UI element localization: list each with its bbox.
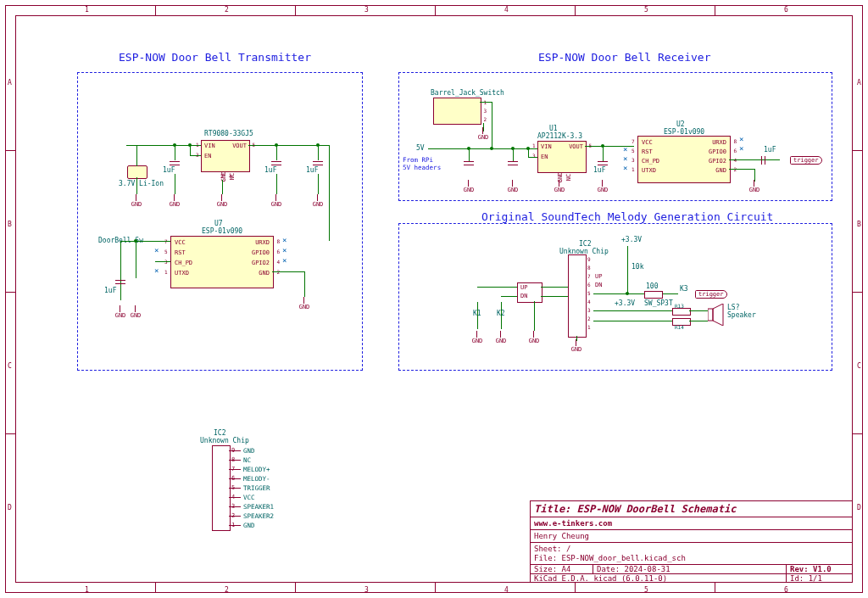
wire [729,159,780,160]
r13 [672,308,691,316]
wire [576,336,577,341]
wire [428,148,537,149]
wire [329,145,330,241]
barrel-jack: 1 3 2 [433,98,481,125]
noconnect-icon: × [739,146,743,151]
junction [626,292,629,295]
wire [155,261,170,262]
junction [173,143,176,147]
esp-tx-ref: U7 [214,220,223,227]
gnd-icon: GND [469,338,486,344]
tick [435,583,436,593]
wire [689,310,708,311]
tick [155,583,156,593]
noconnect-icon: × [282,258,287,263]
regulator-rx: VIN EN VOUT 1 3 5 [537,141,587,173]
junction [188,143,192,147]
tick [295,583,296,593]
svg-marker-1 [713,304,723,326]
wire [318,174,319,194]
wire [276,174,277,194]
wire [593,321,672,321]
wire [513,148,514,161]
gnd-icon: GND [460,187,477,193]
gnd-icon: GND [504,187,521,193]
speaker-icon [708,304,726,329]
wire [276,145,277,160]
updn: UP DN [517,282,542,303]
wire [541,287,568,288]
note-from-rpi: From RPi [403,156,433,164]
tick [435,5,436,15]
tick [715,583,715,593]
wire [593,310,672,311]
tick [295,5,296,15]
esp-tx-type: ESP-01v090 [202,227,242,235]
junction [467,147,470,150]
schematic-sheet: 1 2 3 4 5 6 1 2 3 4 5 6 A B C D A B C D … [0,0,868,598]
gnd-icon: GND [568,346,585,353]
wire [318,145,329,146]
gnd-icon: GND [214,201,231,208]
wire [477,302,478,329]
tick [715,5,715,15]
noconnect-icon: × [282,238,287,243]
noconnect-icon: × [623,147,627,152]
wire [534,301,535,331]
gnd-icon: GND [475,134,492,141]
tick [853,150,863,151]
gnd-icon: GND [296,304,313,310]
tick [5,150,15,151]
note-5v-headers: 5V headers [403,164,441,171]
title-block: Title: ESP-NOW DoorBell Schematic www.e-… [530,500,853,583]
gnd-icon: GND [112,312,129,319]
reg-tx-type: RT9080-33GJ5 [204,130,253,137]
wire [483,123,484,131]
tick [575,583,576,593]
ic2-footprint [212,445,231,531]
gnd-icon: GND [127,312,144,319]
wire [120,241,121,300]
junction [134,239,137,243]
section-rx-title: ESP-NOW Door Bell Receiver [538,51,711,64]
wire [272,271,304,272]
section-melody-title: Original SoundTech Melody Generation Cir… [481,210,773,223]
tick [853,292,863,293]
ic2-body [568,254,587,338]
noconnect-icon: × [623,165,627,170]
wire [603,146,604,161]
svg-rect-0 [708,309,713,321]
5v-label: 5V [416,144,425,152]
gnd-icon: GND [746,187,763,193]
junction [526,147,530,150]
wire [136,177,137,194]
gnd-icon: GND [268,201,285,208]
wire [729,169,754,170]
tick [5,433,15,434]
wire [469,148,470,161]
res-100 [644,291,663,299]
wire [318,145,319,160]
gnd-icon: GND [594,187,611,193]
section-melody [398,223,832,371]
wire [477,287,517,288]
wire [528,157,537,158]
wire [593,293,678,294]
tick [575,5,576,15]
wire [501,302,502,329]
wire [222,180,223,194]
wire [501,296,517,297]
jack-ref: Barrel_Jack_Switch [431,89,504,97]
wire [136,241,170,242]
wire [136,145,137,166]
noconnect-icon: × [739,137,743,142]
tick [5,292,15,293]
esp-rx: VCC RST CH_PD UTXD URXD GPIO0 GPIO2 GND … [637,136,731,183]
wire [541,296,568,297]
junction [490,147,493,150]
trigger-flag: trigger [695,290,727,299]
battery-label: 3.7V Li-Ion [119,180,164,187]
wire [480,102,492,103]
wire [190,155,201,156]
noconnect-icon: × [623,156,627,161]
